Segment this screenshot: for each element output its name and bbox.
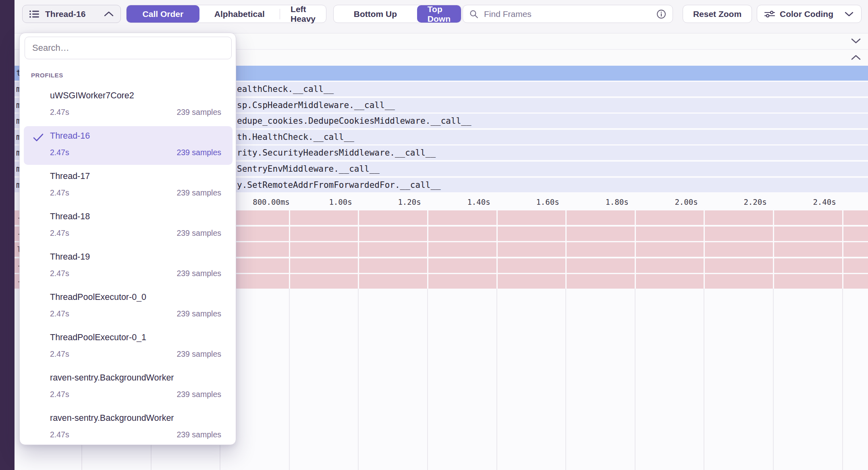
frame-label: rity.SecurityHeadersMiddleware.__call__ — [237, 146, 436, 160]
grid-separator — [773, 210, 774, 289]
thread-selector-label: Thread-16 — [45, 9, 99, 19]
profile-name: Thread-19 — [50, 252, 90, 262]
profile-option-raven-sentry-backgroundworker-2[interactable]: raven-sentry.BackgroundWorker 2.47s 239 … — [24, 408, 233, 447]
chevron-down-icon[interactable] — [851, 38, 861, 44]
profile-name: Thread-16 — [50, 131, 90, 141]
thread-dropdown-menu: PROFILES uWSGIWorker7Core2 2.47s 239 sam… — [19, 33, 236, 445]
sort-segmented-control: Call Order Alphabetical Left Heavy — [126, 5, 326, 23]
profile-duration: 2.47s — [50, 229, 69, 238]
gridline — [635, 289, 635, 470]
profile-option-uwsgiworker7core2[interactable]: uWSGIWorker7Core2 2.47s 239 samples — [24, 86, 233, 125]
reset-zoom-button[interactable]: Reset Zoom — [683, 5, 752, 23]
find-frames-searchbar[interactable] — [463, 5, 673, 23]
time-axis-tick: 1.60s — [536, 193, 559, 210]
profiling-flamegraph-app: t m ealthCheck.__call__ m sp.CspHeaderMi… — [0, 0, 868, 470]
profile-option-thread-17[interactable]: Thread-17 2.47s 239 samples — [24, 166, 233, 205]
info-icon[interactable] — [656, 9, 666, 19]
frame-label: y.SetRemoteAddrFromForwardedFor.__call__ — [237, 178, 441, 192]
frame-label: edupe_cookies.DedupeCookiesMiddleware.__… — [237, 114, 471, 128]
gridline — [358, 289, 359, 470]
grid-separator — [289, 210, 290, 289]
search-icon — [469, 10, 478, 19]
frame-label: sp.CspHeaderMiddleware.__call__ — [237, 98, 395, 112]
frame-label: ealthCheck.__call__ — [237, 82, 334, 96]
profile-name: raven-sentry.BackgroundWorker — [50, 373, 174, 383]
profile-duration: 2.47s — [50, 309, 69, 318]
profile-duration: 2.47s — [50, 108, 69, 117]
grid-separator — [704, 210, 705, 289]
profile-samples: 239 samples — [177, 229, 221, 238]
time-axis-tick: 1.20s — [398, 193, 421, 210]
tab-bottom-up[interactable]: Bottom Up — [334, 5, 417, 23]
profile-samples: 239 samples — [177, 108, 221, 117]
profile-duration: 2.47s — [50, 430, 69, 439]
color-coding-button[interactable]: Color Coding — [757, 5, 862, 23]
profile-samples: 239 samples — [177, 430, 221, 439]
time-axis-tick: 1.00s — [329, 193, 352, 210]
profile-duration: 2.47s — [50, 148, 69, 157]
profile-name: ThreadPoolExecutor-0_0 — [50, 292, 146, 302]
thread-selector-button[interactable]: Thread-16 — [22, 5, 121, 23]
profile-name: Thread-17 — [50, 171, 90, 181]
profile-samples: 239 samples — [177, 309, 221, 318]
check-icon — [33, 133, 44, 142]
time-axis-tick: 2.00s — [675, 193, 698, 210]
reset-zoom-label: Reset Zoom — [693, 9, 741, 19]
profile-duration: 2.47s — [50, 349, 69, 359]
gridline — [427, 289, 428, 470]
time-axis-tick: 800.00ms — [253, 193, 290, 210]
profile-duration: 2.47s — [50, 188, 69, 198]
grid-separator — [635, 210, 636, 289]
tab-call-order[interactable]: Call Order — [127, 5, 199, 23]
profile-samples: 239 samples — [177, 390, 221, 399]
time-axis-tick: 2.20s — [743, 193, 766, 210]
gridline — [289, 289, 290, 470]
time-axis-tick: 1.40s — [467, 193, 490, 210]
profile-name: ThreadPoolExecutor-0_1 — [50, 333, 146, 343]
find-frames-input[interactable] — [483, 9, 652, 19]
time-axis-tick: 1.80s — [605, 193, 628, 210]
tab-top-down[interactable]: Top Down — [417, 5, 461, 23]
gridline — [704, 289, 704, 470]
gridline — [773, 289, 774, 470]
grid-separator — [565, 210, 567, 289]
list-icon — [29, 9, 40, 19]
chevron-up-icon[interactable] — [851, 54, 861, 60]
profile-name: uWSGIWorker7Core2 — [50, 91, 134, 101]
chevron-down-icon — [844, 11, 854, 17]
direction-segmented-control: Bottom Up Top Down — [333, 5, 461, 23]
color-coding-label: Color Coding — [780, 9, 839, 19]
profile-samples: 239 samples — [177, 349, 221, 359]
grid-separator — [842, 210, 843, 289]
profile-duration: 2.47s — [50, 269, 69, 278]
profile-option-threadpoolexecutor-0-1[interactable]: ThreadPoolExecutor-0_1 2.47s 239 samples — [24, 328, 233, 366]
dropdown-search-input[interactable] — [31, 42, 225, 54]
frame-label: th.HealthCheck.__call__ — [237, 130, 354, 144]
grid-separator — [427, 210, 428, 289]
time-axis-tick: 2.40s — [813, 193, 836, 210]
profile-samples: 239 samples — [177, 188, 221, 198]
toolbar: Thread-16 Call Order Alphabetical Left H… — [15, 0, 868, 33]
frame-label: SentryEnvMiddleware.__call__ — [237, 162, 380, 176]
dropdown-search-field[interactable] — [25, 37, 232, 59]
profile-name: raven-sentry.BackgroundWorker — [50, 413, 174, 423]
profiles-section-label: PROFILES — [31, 72, 63, 79]
grid-separator — [358, 210, 359, 289]
sliders-icon — [764, 10, 775, 18]
profile-samples: 239 samples — [177, 148, 221, 157]
profile-option-threadpoolexecutor-0-0[interactable]: ThreadPoolExecutor-0_0 2.47s 239 samples — [24, 287, 233, 326]
gridline — [565, 289, 566, 470]
gridline — [496, 289, 497, 470]
sidebar-strip — [0, 0, 15, 470]
profile-samples: 239 samples — [177, 269, 221, 278]
tab-left-heavy[interactable]: Left Heavy — [280, 5, 326, 23]
grid-separator — [496, 210, 498, 289]
profile-option-thread-19[interactable]: Thread-19 2.47s 239 samples — [24, 247, 233, 286]
profile-duration: 2.47s — [50, 390, 69, 399]
profile-option-raven-sentry-backgroundworker[interactable]: raven-sentry.BackgroundWorker 2.47s 239 … — [24, 368, 233, 407]
profile-option-thread-18[interactable]: Thread-18 2.47s 239 samples — [24, 207, 233, 245]
tab-alphabetical[interactable]: Alphabetical — [199, 5, 280, 23]
profile-option-thread-16[interactable]: Thread-16 2.47s 239 samples — [24, 126, 233, 165]
profile-name: Thread-18 — [50, 212, 90, 222]
gridline — [842, 289, 843, 470]
